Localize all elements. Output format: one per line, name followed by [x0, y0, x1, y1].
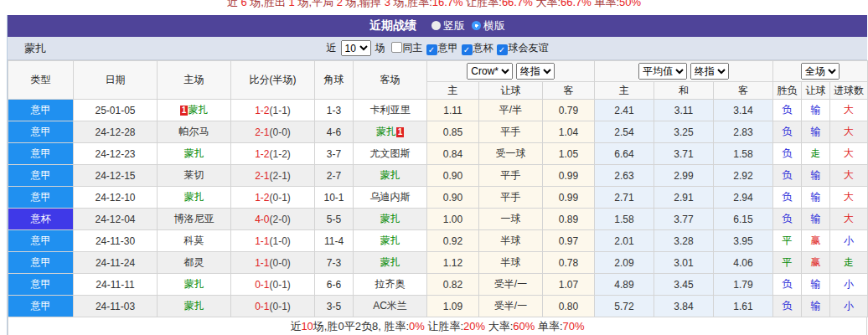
halftime-score: (0-0): [270, 257, 291, 269]
cell-home-team: 蒙扎: [158, 143, 231, 165]
team-name: 博洛尼亚: [174, 213, 214, 224]
cell-corners: 7-3: [315, 252, 354, 274]
avg-time-select[interactable]: 终指: [690, 63, 729, 80]
checkbox-意甲[interactable]: ✓: [426, 44, 437, 55]
filter-controls: 近 10 场 同主✓意甲✓意杯✓球会友谊: [327, 40, 549, 56]
bookmaker-select[interactable]: Crow*: [467, 63, 513, 80]
cell-handicap: 受一球: [479, 143, 543, 165]
recent-results-panel: 近期战绩 竖版横版 蒙扎 近 10 场 同主✓意甲✓意杯✓球会友谊 类型 日期 …: [7, 15, 867, 335]
cell-competition: 意杯: [8, 209, 74, 230]
cell-avg-draw: 2.99: [654, 165, 714, 187]
checkbox-同主[interactable]: [391, 42, 402, 53]
cell-avg-draw: 3.84: [654, 296, 714, 317]
cell-date: 24-12-23: [74, 143, 158, 165]
checkbox-label: 意甲: [438, 42, 458, 54]
cell-avg-away: 3.14: [714, 100, 773, 121]
cell-score: 1-2(1-1): [231, 100, 315, 121]
halftime-score: (1-1): [270, 105, 291, 116]
fulltime-score: 1-2: [255, 192, 269, 204]
cell-date: 24-12-04: [74, 209, 158, 230]
subcol-handicap: 让球: [479, 82, 543, 100]
cell-home-odds: 1.09: [427, 296, 479, 317]
team-name: 尤文图斯: [370, 147, 411, 159]
team-name: 蒙扎: [376, 126, 396, 137]
cell-corners: 11-4: [315, 230, 354, 252]
cell-away-odds: 0.78: [543, 252, 595, 274]
cell-avg-away: 2.94: [714, 187, 773, 209]
cell-handicap: 半球: [479, 252, 543, 274]
radio-label: 竖版: [443, 19, 465, 32]
checkbox-球会友谊[interactable]: ✓: [497, 44, 508, 55]
cell-corners: 5-5: [315, 209, 354, 230]
subcol-goals: 进球数: [830, 82, 868, 100]
horizontal-layout-radio[interactable]: [472, 21, 481, 30]
fulltime-score: 1-2: [255, 148, 269, 160]
cell-handicap: 平手: [479, 165, 543, 187]
cell-away-team: 卡利亚里: [354, 100, 427, 121]
cell-goals-result: 走: [830, 252, 868, 274]
fulltime-score: 2-1: [255, 126, 269, 138]
cell-handicap-result: 输: [802, 121, 830, 143]
cell-result: 平: [773, 230, 802, 252]
team-name: 帕尔马: [179, 126, 209, 137]
cell-handicap-result: 赢: [802, 230, 830, 252]
cell-avg-home: 2.63: [595, 165, 654, 187]
cell-away-odds: 0.89: [543, 209, 595, 230]
cell-away-team: 蒙扎: [354, 165, 427, 187]
team-name: 蒙扎: [380, 256, 400, 268]
checkbox-label: 球会友谊: [509, 42, 549, 54]
team-name: 乌迪内斯: [370, 191, 411, 203]
cell-goals-result: 大: [830, 121, 868, 143]
halftime-score: (1-0): [270, 235, 291, 247]
cell-away-team: 尤文图斯: [354, 143, 427, 165]
cell-avg-home: 2.09: [595, 252, 654, 274]
cell-away-team: 蒙扎1: [354, 121, 427, 143]
cell-home-odds: 0.90: [427, 187, 479, 209]
cell-score: 2-1(2-1): [231, 165, 315, 187]
cell-competition: 意甲: [8, 143, 74, 165]
odds-time-select[interactable]: 终指: [516, 63, 555, 80]
cell-handicap: 一球: [479, 209, 543, 230]
cell-corners: 4-6: [315, 121, 354, 143]
cell-home-odds: 0.85: [427, 121, 479, 143]
halftime-score: (1-2): [270, 148, 291, 160]
cell-handicap: 平手: [479, 187, 543, 209]
scope-select[interactable]: 全场: [801, 63, 840, 80]
table-row: 意甲24-12-10蒙扎1-2(0-1)10-1乌迪内斯0.90平手0.992.…: [8, 187, 868, 209]
cell-away-odds: 0.99: [543, 165, 595, 187]
team-name: 蒙扎: [188, 104, 208, 116]
vertical-layout-radio[interactable]: [431, 21, 441, 30]
table-row: 意甲24-11-11蒙扎0-1(0-1)6-6拉齐奥0.82受半/一1.074.…: [8, 274, 868, 296]
cell-away-team: 蒙扎: [354, 230, 427, 252]
cell-avg-home: 1.58: [595, 209, 654, 230]
cell-away-team: 拉齐奥: [354, 274, 427, 296]
cell-avg-draw: 3.77: [654, 209, 714, 230]
fulltime-score: 1-1: [255, 257, 269, 269]
cell-home-team: 蒙扎: [158, 296, 231, 317]
col-header-corner: 角球: [315, 61, 354, 100]
cell-handicap-result: 输: [802, 187, 830, 209]
table-row: 意甲25-01-051蒙扎1-2(1-1)1-3卡利亚里1.11平/半0.792…: [8, 100, 868, 121]
col-header-score: 比分(半场): [231, 61, 315, 100]
avg-source-select[interactable]: 平均值: [638, 63, 687, 80]
cell-goals-result: 大: [830, 209, 868, 230]
cell-home-team: 莱切: [158, 165, 231, 187]
cell-score: 1-2(1-2): [231, 143, 315, 165]
cell-avg-home: 4.89: [595, 274, 654, 296]
cell-result: 负: [773, 274, 802, 296]
cell-goals-result: 大: [830, 165, 868, 187]
cell-away-team: AC米兰: [354, 296, 427, 317]
recent-count-select[interactable]: 10: [341, 40, 371, 56]
cell-away-odds: 0.97: [543, 230, 595, 252]
cell-goals-result: 小: [830, 274, 868, 296]
cell-avg-away: 1.58: [714, 143, 773, 165]
fulltime-score: 2-1: [255, 170, 269, 182]
halftime-score: (0-1): [270, 301, 291, 312]
team-name: 蒙扎: [380, 213, 400, 224]
cell-avg-away: 1.61: [714, 296, 773, 317]
cell-away-odds: 1.04: [543, 121, 595, 143]
checkbox-意杯[interactable]: ✓: [462, 44, 473, 55]
cell-away-odds: 0.99: [543, 187, 595, 209]
cell-date: 24-11-03: [74, 296, 158, 317]
table-body: 意甲25-01-051蒙扎1-2(1-1)1-3卡利亚里1.11平/半0.792…: [8, 100, 868, 317]
